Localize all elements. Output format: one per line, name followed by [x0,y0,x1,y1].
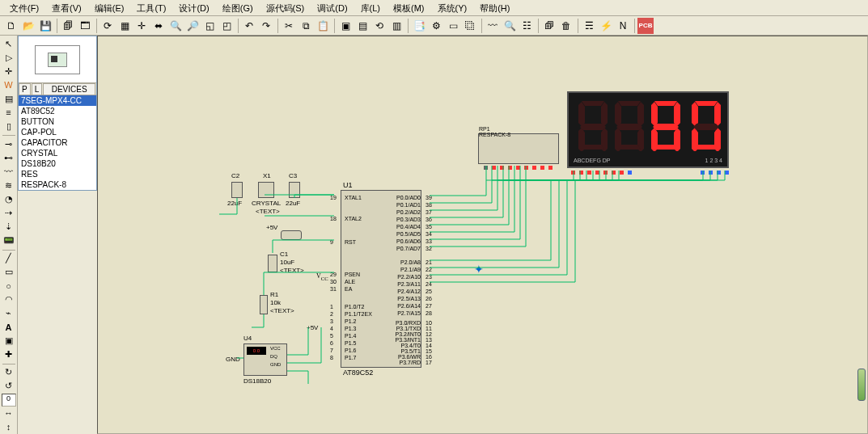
menu-system[interactable]: 系统(Y) [431,2,474,14]
component-mode-icon[interactable]: ▷ [2,51,16,64]
tape-icon[interactable]: ≋ [2,179,16,192]
menu-template[interactable]: 模板(M) [387,2,431,14]
text-2d-icon[interactable]: A [2,321,16,334]
graph-icon[interactable]: 〰 [2,165,16,178]
menu-graph[interactable]: 绘图(G) [216,2,260,14]
new-file-icon[interactable]: 🗋 [3,18,19,34]
rotate-cw-icon[interactable]: ↻ [2,366,16,379]
component-7seg-display[interactable]: ABCDEFG DP 1 2 3 4 [567,91,729,168]
save-icon[interactable]: 💾 [37,18,53,34]
voltage-probe-icon[interactable]: ⇢ [2,206,16,219]
selection-mode-icon[interactable]: ↖ [2,37,16,50]
mark-output-icon[interactable]: 🗔 [77,18,93,34]
list-item[interactable]: RESPACK-8 [19,179,96,190]
grid-toggle-icon[interactable]: ▦ [116,18,133,34]
path-2d-icon[interactable]: ⌁ [2,307,16,320]
pan-icon[interactable]: ⬌ [150,18,167,34]
tab-l[interactable]: L [32,83,43,95]
block-copy-icon[interactable]: ▣ [337,18,354,34]
component-c3[interactable] [289,182,300,198]
list-item[interactable]: AT89C52 [19,106,96,116]
overview-window[interactable] [19,36,96,83]
zoom-area-icon[interactable]: ◰ [218,18,235,34]
bill-of-materials-icon[interactable]: ☴ [581,18,597,34]
zoom-out-icon[interactable]: 🔎 [184,18,201,34]
refresh-icon[interactable]: ⟳ [100,18,116,34]
remove-sheet-icon[interactable]: 🗑 [558,18,574,34]
text-script-icon[interactable]: ▤ [2,92,16,105]
symbol-2d-icon[interactable]: ▣ [2,335,16,348]
vertical-scrollbar[interactable] [857,369,866,401]
redo-icon[interactable]: ↷ [258,18,274,34]
block-move-icon[interactable]: ▤ [354,18,370,34]
property-assign-icon[interactable]: ☷ [519,18,535,34]
copy-icon[interactable]: ⧉ [298,18,314,34]
print-section-icon[interactable]: 🗐 [60,18,76,34]
component-u1[interactable]: U1 AT89C52 19XTAL118XTAL29RST29PSEN30ALE… [341,190,421,368]
component-r1[interactable] [260,295,268,314]
component-rp1[interactable]: RP1 RESPACK-8 [478,133,559,164]
menu-source[interactable]: 源代码(S) [260,2,311,14]
component-c1[interactable] [268,255,277,272]
component-button[interactable] [281,230,302,240]
pick-device-icon[interactable]: 📑 [411,18,427,34]
circle-2d-icon[interactable]: ○ [2,280,16,293]
search-icon[interactable]: 🔍 [502,18,518,34]
new-sheet-icon[interactable]: 🗊 [541,18,557,34]
block-delete-icon[interactable]: ▥ [388,18,404,34]
junction-icon[interactable]: ✛ [2,65,16,78]
list-item[interactable]: 7SEG-MPX4-CC [19,95,96,106]
list-item[interactable]: BUTTON [19,116,96,127]
mirror-h-icon[interactable]: ↔ [2,407,16,419]
rotate-ccw-icon[interactable]: ↺ [2,380,16,393]
mirror-v-icon[interactable]: ↕ [2,420,16,433]
menu-library[interactable]: 库(L) [354,2,387,14]
electrical-rules-icon[interactable]: ⚡ [598,18,614,34]
line-2d-icon[interactable]: ╱ [2,251,16,264]
ares-icon[interactable]: PCB [637,18,654,34]
paste-icon[interactable]: 📋 [315,18,331,34]
list-item[interactable]: CRYSTAL [19,148,96,158]
schematic-canvas[interactable]: ✦ U1 AT89C52 19XTAL118XTAL29RST29PSEN30A… [97,36,868,434]
arc-2d-icon[interactable]: ◠ [2,293,16,306]
component-c2[interactable] [231,182,243,198]
list-item[interactable]: CAPACITOR [19,137,96,148]
component-x1[interactable] [258,182,274,198]
terminal-icon[interactable]: ⊸ [2,137,16,150]
menu-file[interactable]: 文件(F) [3,2,45,14]
device-pin-icon[interactable]: ⊷ [2,151,16,164]
origin-icon[interactable]: ✛ [133,18,150,34]
menu-help[interactable]: 帮助(H) [473,2,516,14]
bus-icon[interactable]: ≡ [2,106,16,119]
list-item[interactable]: DS18B20 [19,158,96,169]
subcircuit-icon[interactable]: ▯ [2,120,16,133]
current-probe-icon[interactable]: ⇣ [2,220,16,233]
rotation-angle-input[interactable]: 0 [2,394,16,407]
menu-edit[interactable]: 编辑(E) [88,2,131,14]
undo-icon[interactable]: ↶ [241,18,257,34]
menu-design[interactable]: 设计(D) [172,2,215,14]
open-file-icon[interactable]: 📂 [20,18,36,34]
menu-debug[interactable]: 调试(D) [311,2,354,14]
tab-p[interactable]: P [19,83,31,95]
list-item[interactable]: RES [19,169,96,179]
marker-icon[interactable]: ✚ [2,348,16,361]
menu-tool[interactable]: 工具(T) [130,2,172,14]
device-list[interactable]: 7SEG-MPX4-CCAT89C52BUTTONCAP-POLCAPACITO… [19,95,96,190]
zoom-all-icon[interactable]: ◱ [201,18,218,34]
netlist-icon[interactable]: N [615,18,631,34]
wire-autoroute-icon[interactable]: 〰 [485,18,501,34]
block-rotate-icon[interactable]: ⟲ [371,18,387,34]
packaging-icon[interactable]: ▭ [445,18,461,34]
virtual-instruments-icon[interactable]: 📟 [2,234,16,247]
box-2d-icon[interactable]: ▭ [2,266,16,279]
generator-icon[interactable]: ◔ [2,192,16,205]
tab-devices[interactable]: DEVICES [43,83,95,95]
wire-label-icon[interactable]: W [2,78,16,91]
make-device-icon[interactable]: ⚙ [428,18,444,34]
menu-view[interactable]: 查看(V) [45,2,88,14]
cut-icon[interactable]: ✂ [281,18,297,34]
decompose-icon[interactable]: ⿻ [462,18,478,34]
component-u4[interactable]: 0.0 VCC DQ GND [243,343,287,376]
list-item[interactable]: CAP-POL [19,127,96,137]
